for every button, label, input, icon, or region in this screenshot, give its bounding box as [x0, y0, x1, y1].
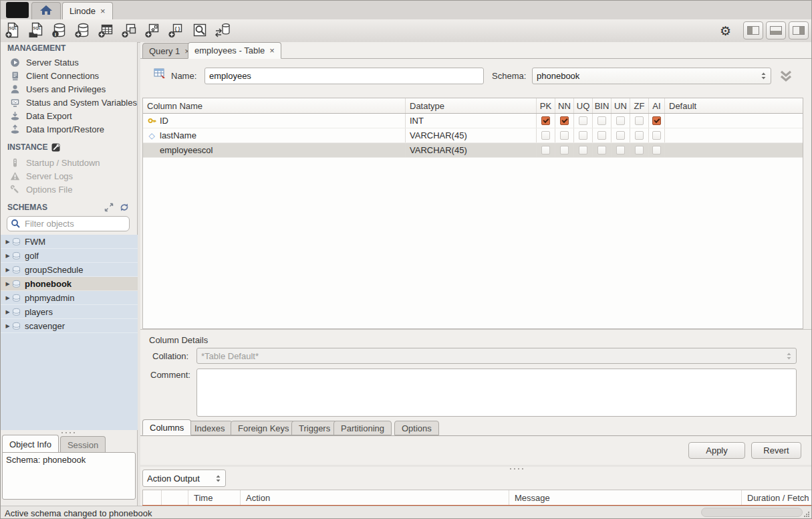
- default-value-cell[interactable]: [665, 143, 803, 157]
- expand-form-chevrons-icon[interactable]: [778, 70, 794, 85]
- checkbox-un[interactable]: [612, 114, 630, 128]
- app-menu-button[interactable]: [6, 2, 29, 18]
- checkbox-pk[interactable]: [537, 143, 555, 157]
- schema-row-players[interactable]: ▶ players: [1, 305, 138, 319]
- schema-row-phonebook[interactable]: ▶ phonebook: [1, 277, 138, 291]
- default-value-cell[interactable]: [665, 114, 803, 128]
- output-header-duration: Duration / Fetch: [742, 490, 812, 506]
- expander-icon[interactable]: ▶: [3, 239, 12, 245]
- refresh-schemas-icon[interactable]: [120, 203, 129, 212]
- checkbox-zf[interactable]: [630, 143, 649, 157]
- default-value-cell[interactable]: [665, 128, 803, 142]
- tab-triggers[interactable]: Triggers: [291, 421, 337, 435]
- checkbox-bin[interactable]: [593, 128, 612, 142]
- create-function-button[interactable]: { }: [167, 21, 186, 40]
- horizontal-scrollbar-thumb[interactable]: [701, 508, 803, 517]
- action-output-header: Time Action Message Duration / Fetch: [142, 490, 812, 506]
- toggle-left-panel-button[interactable]: [743, 21, 763, 39]
- toggle-right-panel-button[interactable]: [789, 21, 809, 39]
- tab-indexes[interactable]: Indexes: [187, 421, 233, 435]
- sidebar-item-server-status[interactable]: Server Status: [1, 56, 138, 69]
- output-splitter-grip[interactable]: [509, 468, 524, 470]
- checkbox-pk[interactable]: [537, 128, 555, 142]
- checkbox-nn[interactable]: [555, 114, 574, 128]
- schema-row-groupschedule[interactable]: ▶ groupSchedule: [1, 263, 138, 277]
- schema-icon: [12, 294, 21, 302]
- new-sql-tab-button[interactable]: SQL: [3, 21, 22, 40]
- schema-row-phpmyadmin[interactable]: ▶ phpmyadmin: [1, 291, 138, 305]
- connection-tab[interactable]: Linode ×: [62, 2, 113, 19]
- checkbox-un[interactable]: [612, 143, 630, 157]
- sidebar-item-users-privileges[interactable]: Users and Privileges: [1, 82, 138, 96]
- comment-textarea[interactable]: [196, 369, 797, 417]
- checkbox-un[interactable]: [612, 128, 630, 142]
- sidebar-item-server-logs[interactable]: Server Logs: [1, 169, 138, 183]
- schema-row-fwm[interactable]: ▶ FWM: [1, 235, 138, 249]
- checkbox-zf[interactable]: [630, 128, 649, 142]
- close-icon[interactable]: ×: [100, 6, 106, 16]
- checkbox-ai[interactable]: [649, 128, 665, 142]
- checkbox-uq[interactable]: [574, 128, 593, 142]
- column-row-lastname[interactable]: ◇lastName VARCHAR(45): [143, 128, 803, 143]
- data-export-icon: [10, 111, 20, 121]
- preferences-gear-icon[interactable]: ⚙: [720, 23, 731, 38]
- checkbox-uq[interactable]: [574, 143, 593, 157]
- open-sql-script-button[interactable]: SQL: [27, 21, 45, 40]
- schema-filter-input[interactable]: [23, 218, 126, 229]
- close-icon[interactable]: ×: [269, 45, 275, 56]
- schema-select[interactable]: phonebook: [532, 68, 771, 84]
- output-selector[interactable]: Action Output: [142, 470, 226, 487]
- create-schema-button[interactable]: [74, 21, 92, 40]
- sidebar-item-data-import[interactable]: Data Import/Restore: [1, 122, 138, 136]
- sidebar-item-client-connections[interactable]: Client Connections: [1, 69, 138, 82]
- tab-object-info[interactable]: Object Info: [2, 435, 59, 453]
- sidebar-item-status-system-variables[interactable]: Status and System Variables: [1, 96, 138, 109]
- search-table-data-button[interactable]: [190, 21, 209, 40]
- collation-select[interactable]: *Table Default*: [196, 348, 797, 364]
- checkbox-nn[interactable]: [555, 143, 574, 157]
- tab-foreign-keys[interactable]: Foreign Keys: [231, 421, 297, 435]
- create-view-button[interactable]: [120, 21, 139, 40]
- checkbox-ai[interactable]: [649, 114, 665, 128]
- schema-row-scavenger[interactable]: ▶ scavenger: [1, 319, 138, 333]
- table-name-input[interactable]: [205, 68, 484, 84]
- tab-session[interactable]: Session: [60, 436, 106, 453]
- sidebar-item-options-file[interactable]: Options File: [1, 183, 138, 196]
- expander-icon[interactable]: ▶: [3, 295, 12, 301]
- expander-icon[interactable]: ▶: [3, 253, 12, 259]
- schema-tree: ▶ FWM ▶ golf ▶ groupSchedule ▶ phonebook…: [1, 235, 138, 430]
- tab-partitioning[interactable]: Partitioning: [333, 421, 392, 435]
- reconnect-database-button[interactable]: [214, 21, 233, 40]
- toggle-bottom-panel-button[interactable]: [766, 21, 786, 39]
- revert-button[interactable]: Revert: [751, 442, 801, 459]
- tab-columns[interactable]: Columns: [142, 419, 191, 435]
- apply-button[interactable]: Apply: [688, 442, 745, 459]
- schema-row-golf[interactable]: ▶ golf: [1, 249, 138, 263]
- checkbox-bin[interactable]: [593, 114, 612, 128]
- home-tab[interactable]: [31, 2, 61, 19]
- output-index-column: [162, 490, 188, 506]
- sidebar-item-data-export[interactable]: Data Export: [1, 109, 138, 122]
- inspect-database-button[interactable]: i: [50, 21, 69, 40]
- tab-employees-table[interactable]: employees - Table×: [188, 42, 281, 59]
- column-row-id[interactable]: ID INT: [143, 114, 803, 128]
- column-row-employeescol[interactable]: employeescol VARCHAR(45): [143, 143, 803, 158]
- expander-icon[interactable]: ▶: [3, 309, 12, 315]
- sidebar-splitter-grip[interactable]: [61, 431, 76, 434]
- checkbox-zf[interactable]: [630, 114, 649, 128]
- checkbox-pk[interactable]: [537, 114, 555, 128]
- sidebar-item-startup-shutdown[interactable]: Startup / Shutdown: [1, 156, 138, 169]
- window-resize-grip[interactable]: [803, 511, 810, 518]
- expander-icon[interactable]: ▶: [3, 323, 12, 329]
- tab-options[interactable]: Options: [394, 421, 439, 435]
- create-table-button[interactable]: [97, 21, 116, 40]
- table-icon: [154, 68, 166, 82]
- expander-icon[interactable]: ▶: [3, 281, 12, 287]
- expand-schemas-icon[interactable]: [104, 203, 114, 212]
- create-stored-procedure-button[interactable]: [144, 21, 162, 40]
- checkbox-ai[interactable]: [649, 143, 665, 157]
- expander-icon[interactable]: ▶: [3, 267, 12, 273]
- checkbox-nn[interactable]: [555, 128, 574, 142]
- checkbox-bin[interactable]: [593, 143, 612, 157]
- checkbox-uq[interactable]: [574, 114, 593, 128]
